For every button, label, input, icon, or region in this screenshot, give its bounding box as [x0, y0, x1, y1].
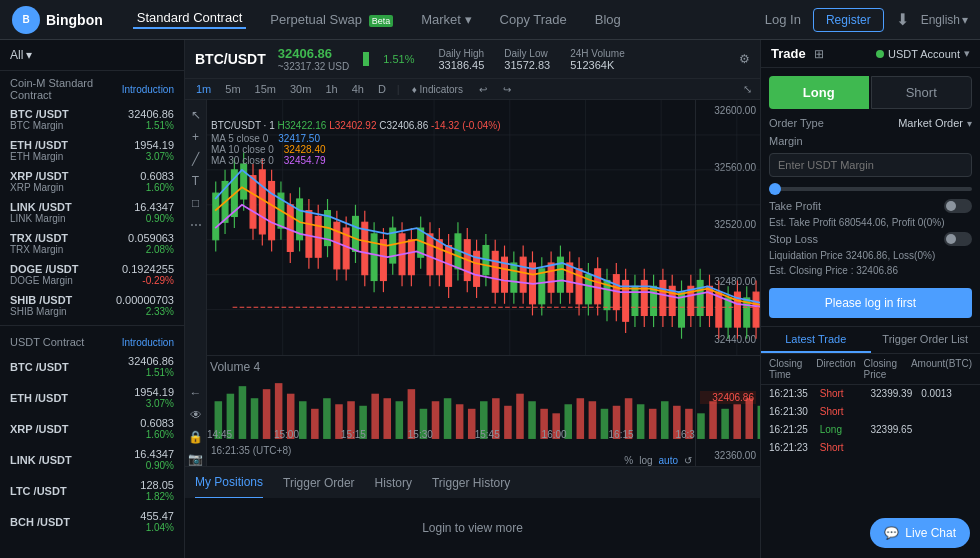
timeframe-30m[interactable]: 30m: [287, 82, 314, 96]
list-item[interactable]: BTC /USDT 32406.861.51%: [0, 351, 184, 382]
stop-loss-toggle[interactable]: [944, 232, 972, 246]
daily-low: Daily Low 31572.83: [504, 48, 550, 71]
list-item[interactable]: LINK /USDTLINK Margin 16.43470.90%: [0, 197, 184, 228]
order-type-chevron: ▾: [967, 118, 972, 129]
nav-blog[interactable]: Blog: [591, 12, 625, 27]
pair-name: BTC/USDT: [195, 51, 266, 67]
nav-market[interactable]: Market ▾: [417, 12, 475, 27]
tab-latest-trade[interactable]: Latest Trade: [761, 327, 871, 353]
undo-button[interactable]: ↩: [475, 83, 491, 96]
account-chevron[interactable]: ▾: [964, 47, 970, 60]
list-item[interactable]: SHIB /USDTSHIB Margin 0.000007032.33%: [0, 290, 184, 321]
fullscreen-icon[interactable]: ⤡: [743, 83, 752, 96]
timeframe-5m[interactable]: 5m: [222, 82, 243, 96]
all-filter-button[interactable]: All ▾: [10, 48, 32, 62]
tab-my-positions[interactable]: My Positions: [195, 467, 263, 499]
svg-rect-186: [733, 404, 741, 439]
trade-header: Trade ⊞ USDT Account ▾: [761, 40, 980, 68]
timeframe-1m[interactable]: 1m: [193, 82, 214, 96]
chart-settings-icon[interactable]: ⚙: [739, 52, 750, 66]
list-item[interactable]: ETH /USDTETH Margin 1954.193.07%: [0, 135, 184, 166]
list-item[interactable]: DOGE /USDTDOGE Margin 0.1924255-0.29%: [0, 259, 184, 290]
main-layout: All ▾ Coin-M Standard Contract Introduct…: [0, 40, 980, 558]
tab-history[interactable]: History: [375, 468, 412, 498]
register-button[interactable]: Register: [813, 8, 884, 32]
usdt-intro-link[interactable]: Introduction: [122, 337, 174, 348]
long-short-buttons: Long Short: [769, 76, 972, 109]
camera-tool[interactable]: 📷: [188, 452, 203, 466]
crosshair-tool[interactable]: +: [192, 130, 199, 144]
language-selector[interactable]: English ▾: [921, 13, 968, 27]
table-row: 16:21:30 Short: [761, 403, 980, 421]
right-panel: Trade ⊞ USDT Account ▾ Long Short Order …: [760, 40, 980, 558]
coin-m-intro-link[interactable]: Introduction: [122, 84, 174, 95]
timeframe-4h[interactable]: 4h: [349, 82, 367, 96]
timeframe-1h[interactable]: 1h: [322, 82, 340, 96]
svg-rect-188: [758, 405, 760, 438]
chart-toolbar: 1m 5m 15m 30m 1h 4h D | ♦ Indicators ↩ ↪…: [185, 79, 760, 100]
bottom-tabs: My Positions Trigger Order History Trigg…: [185, 466, 760, 498]
slider-track[interactable]: [769, 187, 972, 191]
account-label: USDT Account: [888, 48, 960, 60]
eye-tool[interactable]: 👁: [190, 408, 202, 422]
refresh-btn[interactable]: ↺: [684, 455, 692, 466]
list-item[interactable]: BCH /USDT 455.471.04%: [0, 506, 184, 537]
text-tool[interactable]: T: [192, 174, 199, 188]
line-tool[interactable]: ╱: [192, 152, 199, 166]
nav-standard-contract[interactable]: Standard Contract: [133, 10, 247, 29]
sidebar-divider: [0, 325, 184, 326]
table-row: 16:21:35 Short 32399.39 0.0013: [761, 385, 980, 403]
margin-input[interactable]: [769, 153, 972, 177]
long-button[interactable]: Long: [769, 76, 869, 109]
list-item[interactable]: LTC /USDT 128.051.82%: [0, 475, 184, 506]
percent-btn[interactable]: %: [624, 455, 633, 466]
list-item[interactable]: TRX /USDTTRX Margin 0.0590632.08%: [0, 228, 184, 259]
more-tools[interactable]: ⋯: [190, 218, 202, 232]
log-btn[interactable]: log: [639, 455, 652, 466]
order-form: Order Type Market Order ▾ Margin Take Pr: [761, 117, 980, 280]
liquidation-text: Liquidation Price 32406.86, Loss(0%): [769, 250, 972, 261]
timeframe-15m[interactable]: 15m: [252, 82, 279, 96]
lock-tool[interactable]: 🔒: [188, 430, 203, 444]
time-axis: 14:45 15:00 15:15 15:30 15:45 16:00 16:1…: [207, 424, 695, 444]
order-type-row: Order Type Market Order ▾: [769, 117, 972, 129]
change-indicator: [363, 52, 369, 66]
chat-icon: 💬: [884, 526, 899, 540]
usdt-list: BTC /USDT 32406.861.51% ETH /USDT 1954.1…: [0, 351, 184, 537]
nav-copy-trade[interactable]: Copy Trade: [496, 12, 571, 27]
list-item[interactable]: BTC /USDTBTC Margin 32406.861.51%: [0, 104, 184, 135]
take-profit-knob: [946, 201, 956, 211]
list-item[interactable]: ETH /USDT 1954.193.07%: [0, 382, 184, 413]
indicators-button[interactable]: ♦ Indicators: [408, 83, 467, 96]
login-button[interactable]: Log In: [765, 12, 801, 27]
download-icon[interactable]: ⬇: [896, 10, 909, 29]
tab-trigger-history[interactable]: Trigger History: [432, 468, 510, 498]
back-arrow[interactable]: ←: [190, 386, 202, 400]
auto-btn[interactable]: auto: [659, 455, 678, 466]
redo-button[interactable]: ↪: [499, 83, 515, 96]
slider-thumb[interactable]: [769, 183, 781, 195]
shape-tool[interactable]: □: [192, 196, 199, 210]
logo-icon: B: [12, 6, 40, 34]
timeframe-D[interactable]: D: [375, 82, 389, 96]
current-price: 32406.86: [278, 46, 349, 61]
list-item[interactable]: XRP /USDT 0.60831.60%: [0, 413, 184, 444]
take-profit-toggle[interactable]: [944, 199, 972, 213]
grid-icon[interactable]: ⊞: [814, 47, 824, 61]
login-cta-button[interactable]: Please log in first: [769, 288, 972, 318]
list-item[interactable]: LINK /USDT 16.43470.90%: [0, 444, 184, 475]
login-to-view-message: Login to view more: [422, 521, 523, 535]
stop-loss-row: Stop Loss: [769, 232, 972, 246]
list-item[interactable]: XRP /USDTXRP Margin 0.60831.60%: [0, 166, 184, 197]
short-button[interactable]: Short: [871, 76, 973, 109]
nav-perpetual-swap[interactable]: Perpetual Swap Beta: [266, 12, 397, 27]
order-type-value[interactable]: Market Order ▾: [898, 117, 972, 129]
leverage-slider: [769, 187, 972, 191]
chart-header: BTC/USDT 32406.86 ~32317.32 USD 1.51% Da…: [185, 40, 760, 79]
timestamp: 16:21:35 (UTC+8): [211, 445, 291, 456]
tab-trigger-order[interactable]: Trigger Order: [283, 468, 355, 498]
chart-tools: ↖ + ╱ T □ ⋯ ← 👁 🔒 📷: [185, 100, 207, 466]
cursor-tool[interactable]: ↖: [191, 108, 201, 122]
live-chat-button[interactable]: 💬 Live Chat: [870, 518, 970, 548]
tab-trigger-order-list[interactable]: Trigger Order List: [871, 327, 981, 353]
